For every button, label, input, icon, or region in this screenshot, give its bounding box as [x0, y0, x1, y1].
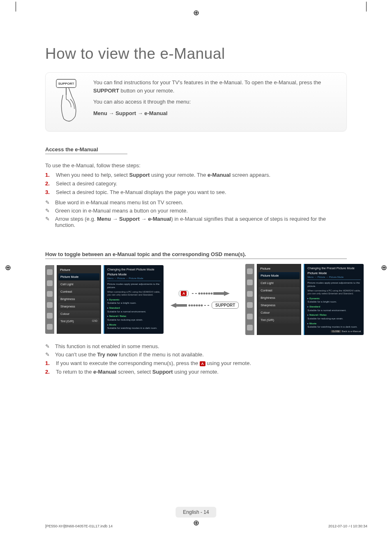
- step-3: 3. Select a desired topic. The e-Manual …: [45, 189, 347, 195]
- menu-header: Picture: [58, 267, 99, 273]
- support-button-pill: SUPPORT: [212, 302, 239, 309]
- detail-panel-top-title: Changing the Preset Picture Mode: [307, 266, 361, 270]
- svg-rect-9: [213, 292, 224, 295]
- section2-steps: 1. If you want to execute the correspond…: [45, 360, 347, 375]
- red-a-icon: A: [200, 361, 205, 366]
- note-try-now: ✎ You can't use the Try now function if …: [45, 351, 347, 358]
- menu-row: Cell Light: [58, 281, 99, 288]
- svg-marker-11: [171, 303, 176, 308]
- reg-mark-left: ⊕: [5, 263, 11, 272]
- intro-box: SUPPORT You can find instructions for yo…: [45, 72, 347, 132]
- detail-descr: Picture modes apply preset adjustments t…: [307, 281, 361, 288]
- osd-sidebar: [245, 264, 254, 335]
- sidebar-icon: [47, 313, 53, 319]
- note-icon: ✎: [45, 351, 52, 358]
- menu-row: Brightness: [58, 296, 99, 303]
- menu-row: Brightness: [258, 294, 300, 301]
- imprint-right: 2012-07-10 서 10:30:34: [328, 524, 367, 528]
- a-button-pill: A: [179, 290, 189, 297]
- sidebar-icon: [47, 291, 53, 297]
- intro-path-a: Menu: [93, 110, 107, 116]
- print-imprint: [PE550-XH]BN68-04057E-01L17.indb 14 2012…: [45, 524, 367, 528]
- menu-row: Sharpness: [258, 302, 300, 309]
- svg-point-13: [189, 305, 190, 306]
- step-1: 1. When you need to help, select Support…: [45, 172, 347, 178]
- sidebar-icon: [247, 268, 253, 274]
- page-title: How to view the e-Manual: [45, 45, 347, 62]
- osd-before: Picture Picture Mode Cell Light Contrast…: [45, 265, 164, 334]
- intro-line1-b: button on your remote.: [119, 88, 174, 94]
- detail-title: Picture Mode: [307, 271, 361, 275]
- note-arrow-steps: ✎ Arrow steps (e.g. Menu → Support → e-M…: [45, 216, 347, 228]
- svg-point-3: [199, 293, 200, 294]
- intro-path-b: Support: [115, 110, 136, 116]
- remote-illustration: SUPPORT: [51, 79, 84, 124]
- svg-point-5: [204, 293, 205, 294]
- menu-row: Picture Mode: [258, 272, 300, 279]
- svg-point-15: [194, 305, 195, 306]
- menu-row: Colour: [258, 309, 300, 316]
- section1-steps: 1. When you need to help, select Support…: [45, 172, 347, 195]
- osd-compare-figure: Picture Picture Mode Cell Light Contrast…: [45, 264, 347, 335]
- svg-point-7: [209, 293, 210, 294]
- arrow-right-icon: [191, 291, 230, 296]
- section1-lead: To use the e-Manual, follow these steps:: [45, 162, 347, 169]
- osd-menu-column: Picture Picture Mode Cell Light Contrast…: [257, 264, 301, 335]
- sidebar-icon: [247, 325, 253, 330]
- svg-point-16: [196, 305, 198, 306]
- svg-point-17: [199, 305, 200, 306]
- osd-after: Picture Picture Mode Cell Light Contrast…: [245, 264, 364, 335]
- svg-point-4: [201, 293, 203, 294]
- menu-row: Sharpness: [58, 303, 99, 310]
- support-label-on-remote: SUPPORT: [58, 82, 74, 85]
- svg-rect-12: [176, 304, 187, 307]
- step2-1: 1. If you want to execute the correspond…: [45, 360, 347, 366]
- sidebar-icon: [47, 280, 53, 286]
- step-2: 2. Select a desired category.: [45, 180, 347, 187]
- center-key-column: A: [168, 290, 240, 309]
- note-icon: ✎: [45, 208, 52, 214]
- menu-row: Contrast: [58, 288, 99, 295]
- intro-text: You can find instructions for your TV's …: [93, 79, 338, 124]
- note-not-enabled: ✎ This function is not enabled in some m…: [45, 343, 347, 349]
- osd-detail-panel: Changing the Preset Picture Mode Picture…: [304, 264, 364, 335]
- intro-line2: You can also access it through the menu:: [93, 98, 338, 106]
- detail-descr: Picture modes apply preset adjustments t…: [107, 282, 161, 289]
- page-body: How to view the e-Manual SUPPORT You can…: [45, 45, 347, 518]
- reg-mark-right: ⊕: [381, 263, 387, 272]
- svg-point-14: [191, 305, 193, 306]
- imprint-left: [PE550-XH]BN68-04057E-01L17.indb 14: [45, 524, 113, 528]
- reg-mark-top: ⊕: [193, 8, 199, 17]
- menu-row: Cell Light: [258, 280, 300, 287]
- section1-notes: ✎ Blue word in e-Manual means menu list …: [45, 199, 347, 228]
- sidebar-icon: [247, 291, 253, 297]
- sidebar-icon: [47, 324, 53, 330]
- page-number-footer: English - 14: [175, 507, 216, 518]
- intro-line1-a: You can find instructions for your TV's …: [93, 79, 321, 85]
- osd-menu-column: Picture Picture Mode Cell Light Contrast…: [57, 265, 101, 334]
- svg-marker-10: [224, 291, 230, 296]
- note-icon: ✎: [45, 216, 52, 228]
- sidebar-icon: [247, 280, 253, 285]
- sidebar-icon: [247, 302, 253, 308]
- svg-point-18: [201, 305, 203, 306]
- osd-sidebar: [45, 265, 54, 334]
- menu-row: Picture Mode: [58, 273, 99, 280]
- note-icon: ✎: [45, 343, 52, 349]
- intro-path-c: e-Manual: [144, 110, 167, 116]
- sidebar-icon: [247, 314, 253, 319]
- red-a-icon: A: [181, 291, 187, 296]
- menu-row: Colour: [58, 310, 99, 317]
- step2-2: 2. To return to the e-Manual screen, sel…: [45, 369, 347, 375]
- note-icon: ✎: [45, 199, 52, 206]
- sidebar-icon: [47, 302, 53, 308]
- arrow-left-icon: [170, 303, 209, 308]
- close-badge: CLOSE: [331, 330, 341, 333]
- osd-detail-panel: Changing the Preset Picture Mode Picture…: [104, 265, 164, 334]
- intro-line1-bold: SUPPORT: [93, 88, 119, 94]
- section2-notes: ✎ This function is not enabled in some m…: [45, 343, 347, 358]
- sidebar-icon: [47, 269, 53, 275]
- menu-row: Tint (G/R)G50: [58, 318, 99, 325]
- menu-row: Tint (G/R): [258, 317, 300, 323]
- detail-pc-note: When connecting a PC using the HDMI/DVI …: [307, 289, 361, 295]
